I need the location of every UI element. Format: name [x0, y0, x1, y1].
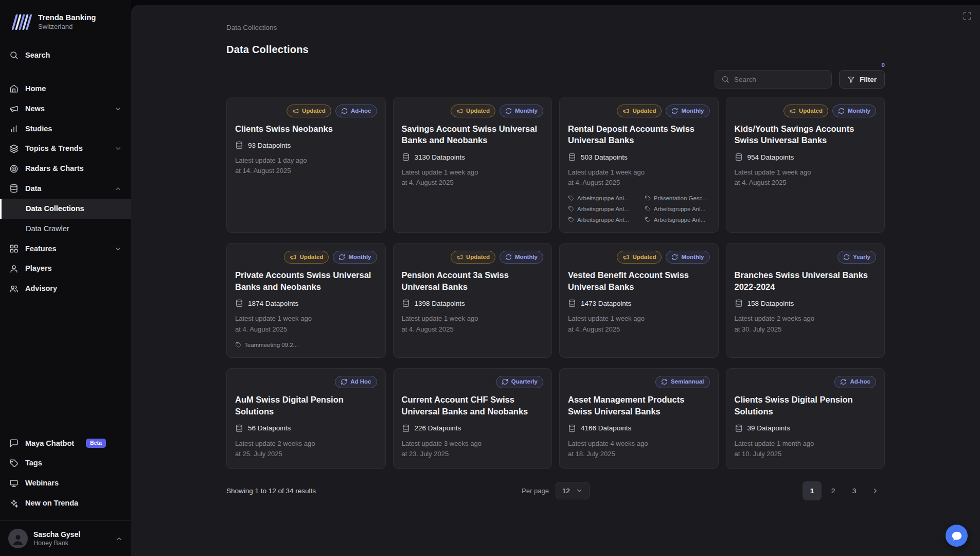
search-icon — [721, 75, 729, 83]
card-latest-update: Latest update 4 weeks ago — [568, 439, 710, 449]
card-datapoints: 226 Datapoints — [402, 424, 544, 432]
card-update-block: Latest update 1 week agoat 4. August 202… — [735, 167, 877, 188]
collection-card-clients-swiss-neobanks[interactable]: UpdatedAd-hocClients Swiss Neobanks93 Da… — [226, 97, 386, 233]
sidebar-item-studies[interactable]: Studies — [0, 119, 131, 139]
tag-icon — [645, 217, 651, 223]
tag-label: Arbeitsgruppe Anl... — [654, 217, 705, 223]
page-button-1[interactable]: 1 — [803, 481, 822, 500]
brand[interactable]: Trenda Banking Switzerland — [0, 10, 131, 34]
card-update-date: at 4. August 2025 — [402, 324, 544, 335]
collection-card-rental-deposit-accounts-swiss-universal-banks[interactable]: UpdatedMonthlyRental Deposit Accounts Sw… — [559, 97, 719, 233]
megaphone-icon — [789, 108, 796, 114]
nav-label: Data Crawler — [26, 224, 69, 234]
next-page-button[interactable] — [866, 481, 885, 500]
sidebar-item-maya-chatbot[interactable]: Maya ChatbotBeta — [0, 433, 131, 454]
card-tag[interactable]: Arbeitsgruppe Anl... — [645, 217, 710, 223]
nav-label: Home — [25, 84, 46, 94]
sidebar-item-radars-charts[interactable]: Radars & Charts — [0, 159, 131, 179]
card-tag[interactable]: Arbeitsgruppe Anl... — [568, 195, 633, 201]
sidebar-item-features[interactable]: Features — [0, 239, 131, 259]
toolbar: Filter 0 — [226, 70, 885, 89]
sidebar-search[interactable]: Search — [0, 45, 131, 65]
card-badges: UpdatedMonthly — [568, 105, 710, 117]
tag-label: Arbeitsgruppe Anl... — [577, 195, 629, 201]
expand-icon[interactable] — [963, 11, 972, 21]
refresh-icon — [338, 254, 345, 260]
card-badges: UpdatedAd-hoc — [235, 105, 377, 117]
sidebar-nav: HomeNewsStudiesTopics & TrendsRadars & C… — [0, 79, 131, 299]
badge-label: Quarterly — [511, 378, 538, 386]
collection-card-pension-account-3a-swiss-universal-banks[interactable]: UpdatedMonthlyPension Account 3a Swiss U… — [393, 243, 553, 357]
chevron-down-icon — [114, 245, 122, 253]
nav-label: Webinars — [25, 478, 59, 488]
refresh-icon — [502, 378, 508, 385]
tag-label: Präsentation Gesc... — [654, 195, 707, 201]
nav-label: Data — [25, 184, 41, 194]
sidebar-item-home[interactable]: Home — [0, 79, 131, 99]
search-box[interactable] — [715, 70, 832, 89]
collection-card-kids-youth-savings-accounts-swiss-universal-banks[interactable]: UpdatedMonthlyKids/Youth Savings Account… — [726, 97, 885, 233]
card-title: Private Accounts Swiss Universal Banks a… — [235, 269, 377, 293]
layers-icon — [9, 144, 19, 153]
user-org: Honey Bank — [33, 539, 80, 547]
user-name: Sascha Gysel — [33, 530, 80, 539]
sidebar-item-data-crawler[interactable]: Data Crawler — [0, 219, 131, 239]
card-datapoints: 1874 Datapoints — [235, 299, 377, 307]
card-update-block: Latest update 1 week agoat 4. August 202… — [402, 167, 544, 188]
refresh-icon — [661, 378, 668, 385]
frequency-badge: Ad-hoc — [834, 376, 876, 389]
sidebar-item-advisory[interactable]: Advisory — [0, 279, 131, 299]
sidebar-item-data-collections[interactable]: Data Collections — [0, 199, 131, 219]
tag-icon — [9, 459, 19, 468]
grid-icon — [9, 244, 19, 253]
chevron-right-icon — [871, 487, 879, 495]
card-badges: UpdatedMonthly — [402, 251, 544, 264]
collection-card-vested-benefit-account-swiss-universal-banks[interactable]: UpdatedMonthlyVested Benefit Account Swi… — [559, 243, 719, 357]
card-datapoints: 39 Datapoints — [735, 424, 877, 432]
card-tag[interactable]: Arbeitsgruppe Anl... — [568, 217, 633, 223]
sidebar-item-topics-trends[interactable]: Topics & Trends — [0, 138, 131, 159]
sidebar-item-webinars[interactable]: Webinars — [0, 473, 131, 493]
sidebar-item-news[interactable]: News — [0, 99, 131, 119]
frequency-badge: Monthly — [832, 105, 876, 117]
page-button-2[interactable]: 2 — [824, 481, 843, 500]
collection-card-clients-swiss-digital-pension-solutions[interactable]: Ad-hocClients Swiss Digital Pension Solu… — [726, 368, 885, 469]
megaphone-icon — [622, 254, 629, 260]
sidebar-item-data[interactable]: Data — [0, 179, 131, 199]
card-tags: Arbeitsgruppe Anl...Präsentation Gesc...… — [568, 195, 710, 223]
collection-card-current-account-chf-swiss-universal-banks-and-neobanks[interactable]: QuarterlyCurrent Account CHF Swiss Unive… — [393, 368, 553, 469]
filter-button[interactable]: Filter 0 — [839, 70, 885, 89]
megaphone-icon — [456, 254, 463, 260]
datapoints-label: 3130 Datapoints — [415, 153, 465, 161]
collection-card-savings-account-swiss-universal-banks-and-neobanks[interactable]: UpdatedMonthlySavings Account Swiss Univ… — [393, 97, 553, 233]
card-latest-update: Latest update 1 week ago — [735, 167, 877, 178]
card-tag[interactable]: Arbeitsgruppe Anl... — [645, 206, 710, 212]
card-tag[interactable]: Präsentation Gesc... — [645, 195, 710, 201]
card-title: Clients Swiss Neobanks — [235, 123, 377, 135]
content: Data Collections Data Collections Filter… — [226, 5, 885, 514]
card-title: Branches Swiss Universal Banks 2022-2024 — [735, 269, 877, 293]
collection-card-aum-swiss-digital-pension-solutions[interactable]: Ad HocAuM Swiss Digital Pension Solution… — [226, 368, 386, 469]
card-title: Current Account CHF Swiss Universal Bank… — [402, 394, 544, 418]
card-badges: Yearly — [735, 251, 877, 264]
card-update-date: at 10. July 2025 — [735, 449, 877, 459]
user-menu[interactable]: Sascha Gysel Honey Bank — [0, 520, 131, 556]
sidebar-item-new-on-trenda[interactable]: New on Trenda — [0, 493, 131, 513]
collection-card-branches-swiss-universal-banks-2022-2024[interactable]: YearlyBranches Swiss Universal Banks 202… — [726, 243, 885, 357]
sidebar-item-tags[interactable]: Tags — [0, 453, 131, 473]
card-title: Savings Account Swiss Universal Banks an… — [402, 123, 544, 147]
per-page-select[interactable]: 12 — [556, 482, 590, 499]
chat-fab-button[interactable] — [946, 525, 968, 547]
badge-label: Monthly — [681, 107, 704, 115]
page-button-3[interactable]: 3 — [845, 481, 864, 500]
tag-label: Teammeeting 09.2... — [244, 342, 298, 348]
card-tag[interactable]: Arbeitsgruppe Anl... — [568, 206, 633, 212]
avatar — [8, 529, 28, 548]
collection-card-asset-management-products-swiss-universal-banks[interactable]: SemiannualAsset Management Products Swis… — [559, 368, 719, 469]
card-badges: Semiannual — [568, 376, 710, 389]
chevron-up-icon — [114, 185, 122, 193]
collection-card-private-accounts-swiss-universal-banks-and-neobanks[interactable]: UpdatedMonthlyPrivate Accounts Swiss Uni… — [226, 243, 386, 357]
search-input[interactable] — [734, 76, 825, 83]
card-tag[interactable]: Teammeeting 09.2... — [235, 342, 300, 348]
sidebar-item-players[interactable]: Players — [0, 258, 131, 279]
